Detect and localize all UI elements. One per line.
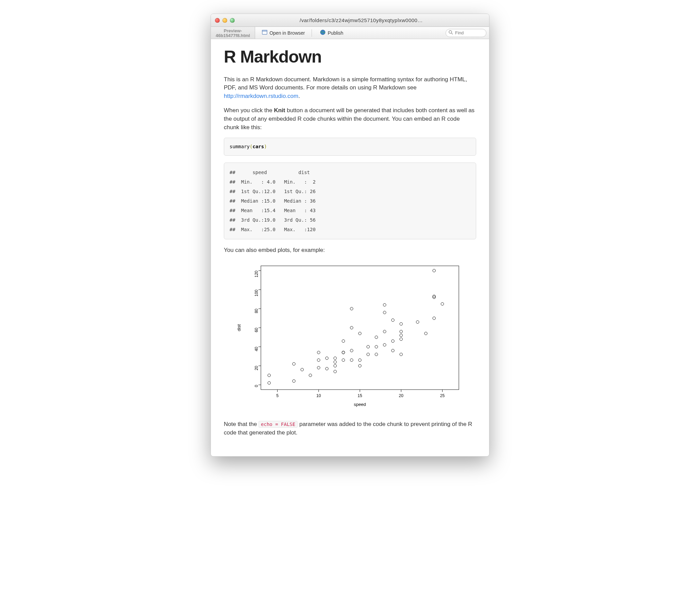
svg-point-51 bbox=[342, 339, 345, 342]
svg-point-64 bbox=[383, 344, 386, 346]
find-input[interactable] bbox=[455, 30, 482, 35]
find-field[interactable] bbox=[446, 29, 486, 37]
svg-point-66 bbox=[383, 311, 386, 314]
svg-point-35 bbox=[292, 380, 295, 383]
intro-paragraph: This is an R Markdown document. Markdown… bbox=[224, 76, 476, 101]
svg-point-59 bbox=[367, 353, 370, 356]
svg-text:20: 20 bbox=[399, 393, 404, 398]
open-in-browser-button[interactable]: Open in Browser bbox=[258, 28, 309, 37]
svg-point-70 bbox=[391, 319, 394, 322]
svg-point-69 bbox=[391, 339, 394, 342]
svg-point-53 bbox=[350, 349, 353, 352]
svg-point-40 bbox=[317, 359, 320, 361]
document-content: R Markdown This is an R Markdown documen… bbox=[211, 39, 489, 456]
svg-text:10: 10 bbox=[316, 393, 321, 398]
code-arg: cars bbox=[252, 144, 264, 149]
svg-point-68 bbox=[391, 349, 394, 352]
svg-point-58 bbox=[359, 332, 361, 335]
svg-point-36 bbox=[292, 363, 295, 366]
svg-point-55 bbox=[350, 307, 353, 310]
scatter-plot: 510152025020406080100120speeddist bbox=[234, 261, 466, 411]
svg-point-62 bbox=[375, 345, 377, 348]
svg-point-39 bbox=[317, 367, 320, 369]
svg-point-50 bbox=[342, 351, 345, 354]
svg-point-38 bbox=[309, 374, 312, 377]
svg-point-81 bbox=[433, 269, 435, 272]
svg-text:5: 5 bbox=[276, 393, 278, 398]
svg-rect-1 bbox=[262, 30, 267, 31]
window-title: /var/folders/c3/z24wjmw525710y8yxqtyplxw… bbox=[237, 17, 485, 23]
svg-point-45 bbox=[334, 364, 336, 367]
minimize-icon[interactable] bbox=[223, 18, 227, 23]
svg-text:15: 15 bbox=[358, 393, 362, 398]
code-chunk: summary(cars) bbox=[224, 138, 476, 155]
svg-line-5 bbox=[451, 33, 453, 34]
code-close-paren: ) bbox=[264, 144, 267, 149]
svg-rect-6 bbox=[261, 266, 459, 389]
close-icon[interactable] bbox=[215, 18, 220, 23]
svg-point-60 bbox=[367, 345, 370, 348]
echo-paragraph: Note that the echo = FALSE parameter was… bbox=[224, 420, 476, 437]
svg-text:20: 20 bbox=[254, 366, 259, 371]
svg-point-47 bbox=[334, 357, 336, 360]
inline-code-echo: echo = FALSE bbox=[259, 421, 298, 428]
window-controls bbox=[215, 18, 235, 23]
toolbar-separator bbox=[312, 29, 312, 37]
svg-point-63 bbox=[375, 336, 377, 338]
svg-point-77 bbox=[425, 332, 427, 335]
svg-point-57 bbox=[359, 359, 361, 361]
svg-text:speed: speed bbox=[354, 402, 366, 407]
svg-point-48 bbox=[342, 359, 345, 361]
svg-text:25: 25 bbox=[440, 393, 445, 398]
svg-point-42 bbox=[325, 368, 328, 370]
svg-text:40: 40 bbox=[254, 347, 259, 351]
echo-text-a: Note that the bbox=[224, 421, 259, 427]
svg-point-43 bbox=[325, 357, 328, 360]
knit-text-a: When you click the bbox=[224, 107, 274, 114]
knit-bold: Knit bbox=[274, 107, 285, 114]
svg-text:dist: dist bbox=[236, 324, 241, 332]
preview-tab[interactable]: Preview- 46b15477f8.html bbox=[211, 27, 255, 39]
zoom-icon[interactable] bbox=[230, 18, 235, 23]
svg-point-41 bbox=[317, 351, 320, 354]
embed-plots-paragraph: You can also embed plots, for example: bbox=[224, 246, 476, 255]
svg-text:0: 0 bbox=[254, 385, 259, 387]
svg-point-75 bbox=[400, 323, 402, 325]
intro-text-a: This is an R Markdown document. Markdown… bbox=[224, 76, 467, 91]
intro-text-b: . bbox=[298, 93, 300, 99]
svg-point-37 bbox=[301, 368, 303, 371]
svg-point-44 bbox=[334, 370, 336, 373]
rmarkdown-link[interactable]: http://rmarkdown.rstudio.com bbox=[224, 93, 298, 99]
svg-text:60: 60 bbox=[254, 328, 259, 333]
open-in-browser-label: Open in Browser bbox=[270, 30, 305, 36]
titlebar: /var/folders/c3/z24wjmw525710y8yxqtyplxw… bbox=[211, 14, 489, 27]
svg-point-46 bbox=[334, 361, 336, 363]
svg-point-73 bbox=[400, 334, 402, 337]
toolbar: Preview- 46b15477f8.html Open in Browser… bbox=[211, 27, 489, 39]
svg-point-67 bbox=[383, 304, 386, 306]
svg-text:100: 100 bbox=[254, 290, 259, 296]
svg-point-65 bbox=[383, 330, 386, 333]
search-icon bbox=[449, 30, 453, 36]
svg-text:80: 80 bbox=[254, 309, 259, 313]
svg-point-4 bbox=[449, 30, 452, 33]
code-fn: summary bbox=[229, 144, 250, 149]
svg-point-56 bbox=[359, 364, 361, 367]
publish-label: Publish bbox=[327, 30, 343, 36]
svg-point-54 bbox=[350, 326, 353, 329]
svg-text:120: 120 bbox=[254, 271, 259, 278]
svg-point-74 bbox=[400, 330, 402, 333]
svg-point-71 bbox=[400, 353, 402, 356]
svg-point-76 bbox=[416, 321, 419, 323]
code-output: ## speed dist ## Min. : 4.0 Min. : 2 ## … bbox=[224, 163, 476, 239]
page-title: R Markdown bbox=[224, 44, 476, 69]
publish-button[interactable]: Publish bbox=[316, 28, 347, 37]
svg-point-34 bbox=[268, 374, 271, 377]
svg-point-72 bbox=[400, 338, 402, 341]
plot-container: 510152025020406080100120speeddist bbox=[224, 261, 476, 411]
globe-icon bbox=[320, 29, 325, 36]
svg-point-33 bbox=[268, 382, 271, 384]
svg-point-82 bbox=[441, 303, 443, 305]
svg-point-61 bbox=[375, 353, 377, 356]
knit-paragraph: When you click the Knit button a documen… bbox=[224, 106, 476, 131]
